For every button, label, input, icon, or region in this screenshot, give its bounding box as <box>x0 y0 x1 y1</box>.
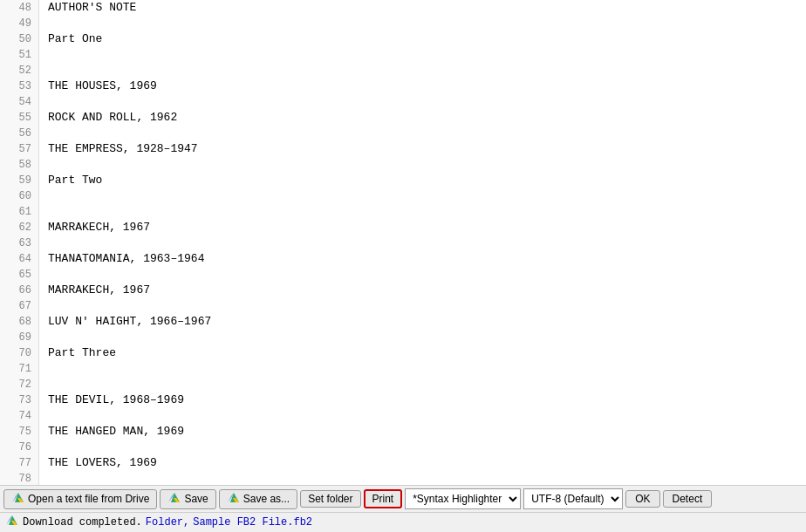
file-link[interactable]: Sample FB2 File.fb2 <box>193 516 312 529</box>
line-row: 56 <box>0 126 806 141</box>
line-number: 51 <box>0 47 39 63</box>
line-row: 61 <box>0 204 806 220</box>
line-row: 71 <box>0 361 806 377</box>
detect-button[interactable]: Detect <box>663 490 713 508</box>
line-number: 72 <box>0 377 39 392</box>
line-number: 58 <box>0 157 39 173</box>
line-row: 75THE HANGED MAN, 1969 <box>0 424 806 440</box>
line-content: THANATOMANIA, 1963–1964 <box>39 251 204 267</box>
line-number: 64 <box>0 251 39 267</box>
line-row: 57THE EMPRESS, 1928–1947 <box>0 141 806 157</box>
line-number: 52 <box>0 63 39 78</box>
line-row: 55ROCK AND ROLL, 1962 <box>0 110 806 126</box>
line-content <box>39 440 48 455</box>
line-content <box>39 361 48 377</box>
line-content <box>39 471 48 485</box>
line-row: 68LUV N' HAIGHT, 1966–1967 <box>0 314 806 330</box>
line-content <box>39 188 48 204</box>
line-content <box>39 298 48 314</box>
line-number: 56 <box>0 126 39 141</box>
line-content: MARRAKECH, 1967 <box>39 283 150 298</box>
line-number: 63 <box>0 235 39 251</box>
print-button[interactable]: Print <box>364 489 403 508</box>
set-folder-label: Set folder <box>308 493 352 505</box>
line-content: Part Two <box>39 173 102 188</box>
line-content <box>39 330 48 345</box>
line-content: Part One <box>39 31 102 47</box>
line-content: THE DEVIL, 1968–1969 <box>39 392 184 408</box>
line-content <box>39 126 48 141</box>
line-content <box>39 94 48 110</box>
line-row: 77THE LOVERS, 1969 <box>0 455 806 471</box>
line-number: 50 <box>0 31 39 47</box>
line-number: 67 <box>0 298 39 314</box>
editor-area[interactable]: 48AUTHOR'S NOTE4950Part One515253THE HOU… <box>0 0 806 485</box>
line-number: 74 <box>0 408 39 424</box>
line-content: MARRAKECH, 1967 <box>39 220 150 235</box>
line-row: 76 <box>0 440 806 455</box>
line-row: 60 <box>0 188 806 204</box>
line-row: 48AUTHOR'S NOTE <box>0 0 806 16</box>
line-number: 68 <box>0 314 39 330</box>
line-row: 67 <box>0 298 806 314</box>
line-content <box>39 204 48 220</box>
detect-button-label: Detect <box>673 493 703 505</box>
line-content <box>39 267 48 283</box>
ok-button-label: OK <box>635 493 650 505</box>
line-content <box>39 47 48 63</box>
line-content: THE HOUSES, 1969 <box>39 78 157 94</box>
line-content <box>39 16 48 31</box>
line-number: 60 <box>0 188 39 204</box>
save-button[interactable]: Save <box>160 489 215 509</box>
line-content: THE EMPRESS, 1928–1947 <box>39 141 198 157</box>
line-row: 53THE HOUSES, 1969 <box>0 78 806 94</box>
syntax-highlighter-select[interactable]: *Syntax HighlighterPlain TextJavaScriptC… <box>405 488 521 509</box>
set-folder-button[interactable]: Set folder <box>300 490 360 508</box>
line-number: 65 <box>0 267 39 283</box>
line-row: 70Part Three <box>0 345 806 361</box>
line-content <box>39 157 48 173</box>
line-number: 77 <box>0 455 39 471</box>
line-number: 71 <box>0 361 39 377</box>
line-number: 57 <box>0 141 39 157</box>
line-row: 59Part Two <box>0 173 806 188</box>
save-as-button[interactable]: Save as... <box>219 489 297 509</box>
line-number: 73 <box>0 392 39 408</box>
line-number: 76 <box>0 440 39 455</box>
gdrive-status-icon <box>5 515 19 530</box>
line-number: 55 <box>0 110 39 126</box>
print-button-label: Print <box>372 493 394 505</box>
line-number: 48 <box>0 0 39 16</box>
save-as-button-label: Save as... <box>243 493 290 505</box>
line-content: AUTHOR'S NOTE <box>39 0 136 16</box>
line-row: 74 <box>0 408 806 424</box>
line-number: 69 <box>0 330 39 345</box>
gdrive-saveas-icon <box>227 492 241 507</box>
line-number: 59 <box>0 173 39 188</box>
gdrive-icon <box>11 492 25 507</box>
ok-button[interactable]: OK <box>625 490 659 508</box>
encoding-select[interactable]: UTF-8 (Default)UTF-16ASCIIISO-8859-1 <box>523 488 623 509</box>
line-number: 62 <box>0 220 39 235</box>
line-row: 62MARRAKECH, 1967 <box>0 220 806 235</box>
toolbar: Open a text file from Drive Save Save as… <box>0 485 806 512</box>
line-row: 58 <box>0 157 806 173</box>
status-bar: Download completed. Folder, Sample FB2 F… <box>0 512 806 532</box>
folder-link[interactable]: Folder, <box>146 516 189 529</box>
line-row: 51 <box>0 47 806 63</box>
line-row: 65 <box>0 267 806 283</box>
line-number: 66 <box>0 283 39 298</box>
open-from-drive-button[interactable]: Open a text file from Drive <box>3 489 157 509</box>
line-number: 61 <box>0 204 39 220</box>
line-content <box>39 63 48 78</box>
line-row: 69 <box>0 330 806 345</box>
line-row: 63 <box>0 235 806 251</box>
line-row: 66MARRAKECH, 1967 <box>0 283 806 298</box>
line-row: 73THE DEVIL, 1968–1969 <box>0 392 806 408</box>
line-content: LUV N' HAIGHT, 1966–1967 <box>39 314 211 330</box>
line-row: 72 <box>0 377 806 392</box>
line-content: THE LOVERS, 1969 <box>39 455 157 471</box>
line-row: 52 <box>0 63 806 78</box>
line-number: 75 <box>0 424 39 440</box>
line-row: 78 <box>0 471 806 485</box>
